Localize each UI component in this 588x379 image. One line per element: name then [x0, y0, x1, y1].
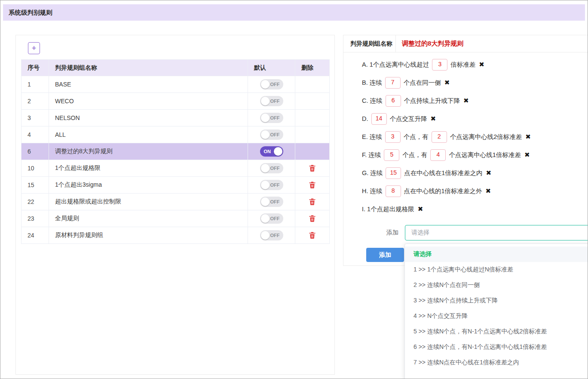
table-row[interactable]: 1BASEOFF: [21, 76, 330, 93]
remove-rule-icon[interactable]: ✖: [479, 61, 484, 68]
rule-row: I. 1个点超出规格限✖: [362, 200, 588, 218]
delete-button[interactable]: [308, 181, 316, 189]
default-toggle[interactable]: ON: [260, 146, 283, 157]
dropdown-option[interactable]: 请选择: [405, 247, 588, 262]
remove-rule-icon[interactable]: ✖: [486, 187, 491, 195]
row-name: 全局规则: [49, 210, 248, 227]
table-row[interactable]: 23全局规则OFF: [21, 210, 330, 227]
default-toggle[interactable]: OFF: [260, 197, 283, 207]
delete-button[interactable]: [308, 215, 316, 223]
table-row[interactable]: 3NELSONOFF: [21, 110, 330, 126]
table-header-row: 序号 判异规则组名称 默认 删除: [21, 60, 330, 76]
rule-text: 个点交互升降: [390, 115, 427, 123]
dropdown-option[interactable]: 2 >> 连续N个点在同一侧: [405, 277, 588, 293]
default-toggle[interactable]: OFF: [260, 129, 283, 140]
rule-value-input[interactable]: 8: [386, 185, 401, 197]
row-name: 原材料判异规则组: [49, 227, 248, 244]
page: { "header": { "title": "系统级判别规则" }, "ico…: [0, 0, 588, 379]
column-header-index: 序号: [21, 60, 49, 76]
toggle-knob: [261, 97, 270, 105]
table-row[interactable]: 151个点超出3sigmaOFF: [21, 177, 330, 194]
rule-text: 个点，有: [402, 151, 427, 159]
toggle-knob: [261, 197, 270, 206]
dropdown-option[interactable]: 5 >> 连续N个点，有N-1个点远离中心线2倍标准差: [405, 324, 588, 339]
toggle-knob: [274, 147, 282, 156]
default-toggle[interactable]: OFF: [260, 96, 283, 106]
rule-text: 个点远离中心线2倍标准差: [450, 133, 522, 141]
rule-value-input[interactable]: 3: [432, 59, 447, 71]
row-name: ALL: [49, 126, 248, 143]
trash-icon: [308, 215, 316, 223]
add-rule-row: 添加 请选择: [343, 225, 588, 240]
group-name-value: 调整过的8大判异规则: [396, 35, 463, 52]
rule-select[interactable]: 请选择: [405, 225, 588, 240]
rule-value-input[interactable]: 7: [385, 77, 401, 89]
default-toggle[interactable]: OFF: [260, 230, 283, 240]
remove-rule-icon[interactable]: ✖: [525, 133, 531, 141]
delete-button[interactable]: [308, 231, 316, 240]
table-row[interactable]: 24原材料判异规则组OFF: [21, 227, 330, 244]
toggle-state-label: ON: [264, 146, 271, 157]
table-row[interactable]: 2WECOOFF: [21, 93, 330, 110]
rule-value-input[interactable]: 6: [386, 95, 401, 107]
page-title: 系统级判别规则: [9, 9, 52, 17]
rule-text: 点在中心线的1倍标准差之外: [404, 187, 482, 195]
row-index: 3: [21, 110, 49, 126]
remove-rule-icon[interactable]: ✖: [444, 79, 450, 86]
rule-options-dropdown: 请选择1 >> 1个点远离中心线超过N倍标准差2 >> 连续N个点在同一侧3 >…: [404, 243, 588, 379]
default-toggle[interactable]: OFF: [260, 113, 283, 123]
rule-text: A. 1个点远离中心线超过: [362, 61, 429, 69]
dropdown-option[interactable]: 3 >> 连续N个点持续上升或下降: [405, 293, 588, 308]
rule-group-table-body: 1BASEOFF2WECOOFF3NELSONOFF4ALLOFF6调整过的8大…: [21, 76, 330, 244]
table-row[interactable]: 22超出规格限或超出控制限OFF: [21, 194, 330, 210]
add-rule-label: 添加: [343, 229, 398, 237]
rule-text: C. 连续: [362, 97, 383, 105]
rule-text: D.: [362, 115, 368, 122]
remove-rule-icon[interactable]: ✖: [418, 205, 423, 213]
default-toggle[interactable]: OFF: [260, 180, 283, 190]
remove-rule-icon[interactable]: ✖: [524, 151, 530, 159]
rule-value-input[interactable]: 3: [385, 131, 401, 143]
rule-value-input[interactable]: 5: [384, 149, 399, 161]
trash-icon: [308, 181, 316, 189]
dropdown-option[interactable]: 6 >> 连续N个点，有N-1个点远离中心线1倍标准差: [405, 339, 588, 355]
rule-text: B. 连续: [362, 79, 382, 87]
toggle-knob: [261, 214, 270, 223]
rule-text: E. 连续: [362, 133, 382, 141]
rule-value-input[interactable]: 14: [371, 113, 387, 125]
row-name: 调整过的8大判异规则: [49, 143, 248, 160]
rule-row: C. 连续6个点持续上升或下降✖: [362, 92, 588, 110]
default-toggle[interactable]: OFF: [260, 213, 283, 224]
column-header-delete: 删除: [295, 60, 330, 76]
add-group-button[interactable]: +: [28, 42, 40, 54]
toggle-knob: [261, 130, 270, 139]
row-name: WECO: [49, 93, 248, 110]
rule-text: G. 连续: [362, 169, 383, 177]
table-row[interactable]: 4ALLOFF: [21, 126, 330, 143]
select-placeholder: 请选择: [411, 229, 429, 237]
row-index: 23: [21, 210, 49, 227]
add-rule-button[interactable]: 添加: [366, 248, 404, 262]
toggle-state-label: OFF: [270, 129, 280, 140]
trash-icon: [308, 198, 316, 206]
delete-button[interactable]: [308, 198, 316, 206]
dropdown-option[interactable]: 7 >> 连续N点在中心线在1倍标准差之内: [405, 355, 588, 370]
row-index: 6: [21, 143, 49, 160]
rule-row: D.14个点交互升降✖: [362, 110, 588, 128]
default-toggle[interactable]: OFF: [260, 79, 283, 89]
rule-value-input[interactable]: 15: [386, 167, 401, 179]
rule-value-input[interactable]: 4: [430, 149, 446, 161]
table-row[interactable]: 101个点超出规格限OFF: [21, 160, 330, 177]
dropdown-option[interactable]: 1 >> 1个点远离中心线超过N倍标准差: [405, 262, 588, 277]
table-row[interactable]: 6调整过的8大判异规则ON: [21, 143, 330, 160]
remove-rule-icon[interactable]: ✖: [486, 169, 491, 177]
remove-rule-icon[interactable]: ✖: [431, 115, 436, 123]
rule-text: 倍标准差: [450, 61, 475, 69]
delete-button[interactable]: [308, 164, 316, 173]
group-name-label: 判异规则组名称: [343, 35, 396, 52]
dropdown-option[interactable]: 4 >> N个点交互升降: [405, 308, 588, 324]
toggle-state-label: OFF: [270, 163, 280, 173]
rule-value-input[interactable]: 2: [432, 131, 447, 143]
remove-rule-icon[interactable]: ✖: [463, 97, 469, 105]
default-toggle[interactable]: OFF: [260, 163, 283, 173]
